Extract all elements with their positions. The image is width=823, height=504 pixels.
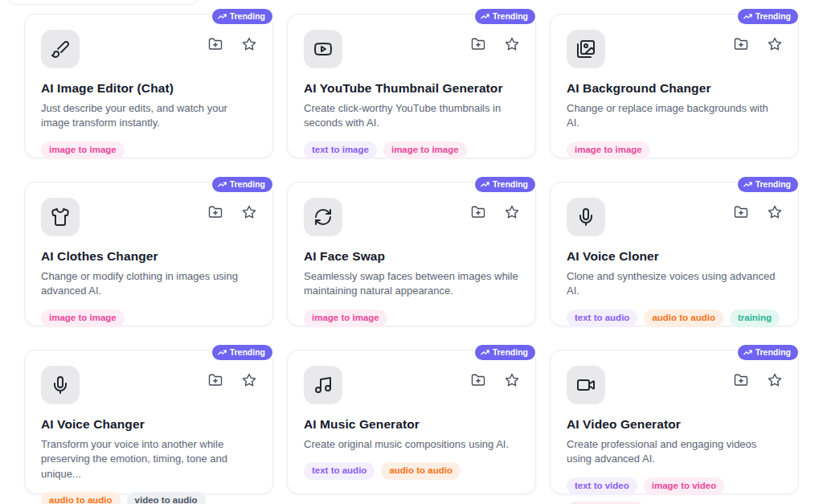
folder-plus-icon [208, 205, 223, 219]
tag-pill[interactable]: video to audio [127, 492, 206, 504]
trending-badge: Trending [736, 7, 800, 26]
tool-card[interactable]: Trending AI Video Generator Create profe… [550, 350, 799, 494]
star-icon [505, 205, 519, 219]
card-header [567, 366, 782, 404]
tool-card[interactable]: Trending AI Background Changer Change or… [550, 14, 799, 158]
trending-badge-label: Trending [230, 11, 265, 22]
tag-pill[interactable]: text to audio [304, 462, 375, 480]
tag-list: image to image [304, 309, 519, 327]
favorite-button[interactable] [768, 373, 782, 387]
trending-up-icon [218, 348, 227, 357]
tool-card[interactable]: Trending AI Clothes Changer Change or mo… [24, 182, 273, 326]
star-icon [768, 205, 782, 219]
star-icon [768, 373, 782, 387]
tool-description: Transform your voice into another while … [41, 437, 256, 481]
card-header [304, 30, 519, 68]
card-header [41, 30, 256, 68]
tag-list: image to image [41, 309, 256, 327]
folder-plus-icon [471, 37, 485, 51]
tool-title: AI Face Swap [304, 249, 519, 264]
tool-card[interactable]: Trending AI Voice Cloner Clone and synth… [550, 182, 799, 326]
paintbrush-icon [41, 30, 80, 68]
tool-card[interactable]: Trending AI Music Generator Create origi… [287, 350, 536, 494]
tool-description: Create click-worthy YouTube thumbnails i… [304, 101, 519, 131]
folder-plus-icon [471, 205, 485, 219]
tag-pill[interactable]: image to image [383, 141, 467, 159]
trending-badge-label: Trending [493, 11, 528, 22]
tag-pill[interactable]: audio to audio [381, 462, 461, 480]
tag-pill[interactable]: audio to audio [644, 309, 723, 327]
tag-pill[interactable]: training [730, 309, 780, 327]
add-to-folder-button[interactable] [471, 37, 485, 51]
tool-title: AI Background Changer [567, 81, 782, 96]
swap-icon [304, 198, 342, 236]
card-header [567, 30, 782, 68]
add-to-folder-button[interactable] [208, 37, 223, 51]
tag-pill[interactable]: image to image [304, 309, 387, 327]
star-icon [505, 373, 519, 387]
star-icon [242, 37, 256, 51]
add-to-folder-button[interactable] [471, 373, 485, 387]
add-to-folder-button[interactable] [208, 373, 223, 387]
card-actions [734, 373, 782, 387]
card-actions [208, 205, 256, 219]
tools-grid: Trending AI Image Editor (Chat) Just des… [0, 0, 823, 494]
add-to-folder-button[interactable] [734, 205, 748, 219]
add-to-folder-button[interactable] [208, 205, 223, 219]
tag-list: audio to audiovideo to audio [41, 492, 256, 504]
tag-list: text to videoimage to videovideo to vide… [567, 477, 782, 504]
trending-up-icon [481, 180, 489, 189]
tool-title: AI Video Generator [567, 417, 782, 432]
trending-badge: Trending [211, 343, 274, 362]
tag-list: text to imageimage to image [304, 141, 519, 159]
tag-pill[interactable]: image to video [644, 477, 725, 495]
tool-card[interactable]: Trending AI YouTube Thumbnail Generator … [287, 14, 536, 158]
tool-title: AI Image Editor (Chat) [41, 81, 256, 96]
tool-description: Change or modify clothing in images usin… [41, 269, 256, 299]
favorite-button[interactable] [505, 37, 519, 51]
favorite-button[interactable] [242, 205, 256, 219]
tag-pill[interactable]: text to audio [567, 309, 637, 327]
star-icon [242, 373, 256, 387]
youtube-icon [304, 30, 342, 68]
favorite-button[interactable] [505, 373, 519, 387]
tool-title: AI Voice Changer [41, 417, 256, 432]
trending-up-icon [743, 348, 752, 357]
trending-badge: Trending [211, 7, 274, 26]
tag-pill[interactable]: audio to audio [41, 492, 121, 504]
card-actions [208, 373, 256, 387]
card-actions [471, 37, 519, 51]
tag-pill[interactable]: text to video [567, 477, 637, 495]
trending-badge-label: Trending [755, 347, 791, 358]
tool-card[interactable]: Trending AI Face Swap Seamlessly swap fa… [287, 182, 536, 326]
add-to-folder-button[interactable] [471, 205, 485, 219]
tool-card[interactable]: Trending AI Voice Changer Transform your… [24, 350, 273, 494]
favorite-button[interactable] [768, 205, 782, 219]
tool-description: Create original music compositions using… [304, 437, 519, 452]
card-actions [471, 205, 519, 219]
favorite-button[interactable] [242, 373, 256, 387]
trending-up-icon [218, 180, 227, 189]
folder-plus-icon [734, 373, 748, 387]
add-to-folder-button[interactable] [734, 373, 748, 387]
tag-pill[interactable]: image to image [41, 141, 125, 159]
tag-pill[interactable]: image to image [41, 309, 125, 327]
favorite-button[interactable] [768, 37, 782, 51]
tool-card[interactable]: Trending AI Image Editor (Chat) Just des… [24, 14, 273, 158]
folder-plus-icon [208, 373, 223, 387]
tool-title: AI YouTube Thumbnail Generator [304, 81, 519, 96]
tag-list: image to image [567, 141, 782, 159]
add-to-folder-button[interactable] [734, 37, 748, 51]
images-icon [567, 30, 605, 68]
trending-badge: Trending [736, 343, 800, 362]
card-header [567, 198, 782, 236]
tag-pill[interactable]: image to image [567, 141, 650, 159]
card-actions [471, 373, 519, 387]
trending-badge-label: Trending [493, 179, 528, 190]
favorite-button[interactable] [505, 205, 519, 219]
trending-badge-label: Trending [755, 179, 791, 190]
tool-title: AI Clothes Changer [41, 249, 256, 264]
tag-pill[interactable]: text to image [304, 141, 377, 159]
cutoff-element-above [8, 0, 198, 5]
favorite-button[interactable] [242, 37, 256, 51]
